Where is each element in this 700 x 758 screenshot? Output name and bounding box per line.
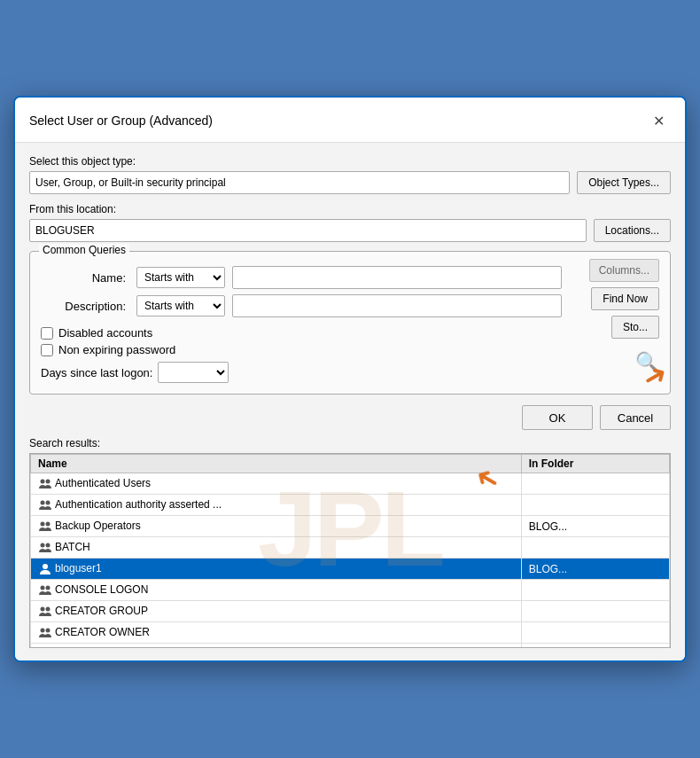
table-row[interactable]: CREATOR GROUP <box>31 601 670 622</box>
svg-point-7 <box>46 543 51 547</box>
location-field <box>29 219 587 242</box>
svg-point-14 <box>46 628 51 632</box>
cell-folder: BLOG... <box>521 644 669 649</box>
name-operator-select[interactable]: Starts with <box>136 267 225 288</box>
cell-name: CREATOR OWNER <box>31 622 522 644</box>
description-label: Description: <box>41 300 129 313</box>
cell-name: Authentication authority asserted ... <box>31 495 522 516</box>
svg-point-3 <box>46 500 51 504</box>
description-operator-select[interactable]: Starts with <box>136 295 225 316</box>
cell-folder <box>521 495 669 516</box>
name-value-input[interactable] <box>232 266 562 289</box>
cell-folder: BLOG... <box>521 559 669 580</box>
days-row: Days since last logon: <box>41 362 562 383</box>
cell-folder <box>521 473 669 495</box>
object-type-row: Object Types... <box>29 171 671 194</box>
common-queries-groupbox: Common Queries Name: Starts with Descrip… <box>29 251 671 395</box>
cancel-button[interactable]: Cancel <box>600 405 671 430</box>
search-decoration-icon: 🔍 <box>635 351 659 374</box>
results-container: Name In Folder Authenticated UsersAuthen… <box>29 453 671 648</box>
results-table: Name In Folder Authenticated UsersAuthen… <box>30 454 670 648</box>
table-row[interactable]: CONSOLE LOGON <box>31 580 670 601</box>
close-button[interactable]: ✕ <box>646 108 671 133</box>
non-expiring-row: Non expiring password <box>41 343 562 356</box>
object-type-label: Select this object type: <box>29 155 671 168</box>
col-folder: In Folder <box>521 455 669 473</box>
stop-button[interactable]: Sto... <box>611 316 659 339</box>
disabled-accounts-checkbox[interactable] <box>41 327 53 340</box>
non-expiring-label: Non expiring password <box>58 343 175 356</box>
cell-folder <box>521 601 669 622</box>
description-value-input[interactable] <box>232 294 562 317</box>
svg-point-5 <box>46 521 51 526</box>
location-row: Locations... <box>29 219 671 242</box>
search-results-label: Search results: <box>29 437 671 449</box>
location-label: From this location: <box>29 203 671 215</box>
columns-button[interactable]: Columns... <box>589 259 659 282</box>
description-row: Description: Starts with <box>41 294 562 317</box>
cell-folder <box>521 537 669 559</box>
dialog-title: Select User or Group (Advanced) <box>29 113 213 128</box>
svg-point-1 <box>46 479 51 483</box>
svg-point-6 <box>41 543 45 547</box>
select-user-dialog: Select User or Group (Advanced) ✕ Select… <box>13 96 687 662</box>
object-type-field <box>29 171 570 194</box>
table-row[interactable]: Backup OperatorsBLOG... <box>31 516 670 537</box>
svg-point-9 <box>41 585 45 590</box>
object-types-button[interactable]: Object Types... <box>577 171 671 194</box>
svg-point-10 <box>46 585 51 590</box>
table-row[interactable]: Authentication authority asserted ... <box>31 495 670 516</box>
svg-point-4 <box>41 521 45 526</box>
ok-button[interactable]: OK <box>522 405 593 430</box>
table-header-row: Name In Folder <box>31 455 670 473</box>
dialog-body: Select this object type: Object Types...… <box>15 143 685 660</box>
name-row: Name: Starts with <box>41 266 562 289</box>
days-select[interactable] <box>158 362 229 383</box>
table-row[interactable]: bloguser1BLOG... <box>31 559 670 580</box>
cell-name: CREATOR GROUP <box>31 601 522 622</box>
groupbox-right: Columns... Find Now Sto... 🔍 <box>562 259 659 383</box>
table-row[interactable]: BATCH <box>31 537 670 559</box>
svg-point-0 <box>41 479 45 483</box>
cell-name: bloguser1 <box>31 559 522 580</box>
non-expiring-checkbox[interactable] <box>41 344 53 356</box>
name-label: Name: <box>41 271 129 285</box>
col-name: Name <box>31 455 522 473</box>
table-row[interactable]: Cryptographic OperatorsBLOG... <box>31 644 670 649</box>
cell-name: Cryptographic Operators <box>31 644 522 649</box>
locations-button[interactable]: Locations... <box>594 219 671 242</box>
groupbox-inner: Name: Starts with Description: Starts wi… <box>41 259 659 383</box>
disabled-accounts-row: Disabled accounts <box>41 326 562 340</box>
groupbox-left: Name: Starts with Description: Starts wi… <box>41 259 562 383</box>
ok-cancel-row: OK Cancel <box>29 405 671 430</box>
svg-point-13 <box>41 628 45 632</box>
disabled-accounts-label: Disabled accounts <box>58 326 152 340</box>
title-bar: Select User or Group (Advanced) ✕ <box>15 98 685 143</box>
cell-folder <box>521 580 669 601</box>
table-row[interactable]: Authenticated Users <box>31 473 670 495</box>
cell-name: Backup Operators <box>31 516 522 537</box>
svg-point-2 <box>41 500 45 504</box>
svg-point-11 <box>41 606 45 611</box>
cell-folder <box>521 622 669 644</box>
common-queries-tab: Common Queries <box>39 244 129 256</box>
cell-name: Authenticated Users <box>31 473 522 495</box>
svg-point-12 <box>46 606 51 611</box>
find-now-button[interactable]: Find Now <box>591 287 659 310</box>
svg-point-8 <box>43 564 48 569</box>
cell-folder: BLOG... <box>521 516 669 537</box>
table-row[interactable]: CREATOR OWNER <box>31 622 670 644</box>
cell-name: CONSOLE LOGON <box>31 580 522 601</box>
days-label: Days since last logon: <box>41 366 152 379</box>
cell-name: BATCH <box>31 537 522 559</box>
